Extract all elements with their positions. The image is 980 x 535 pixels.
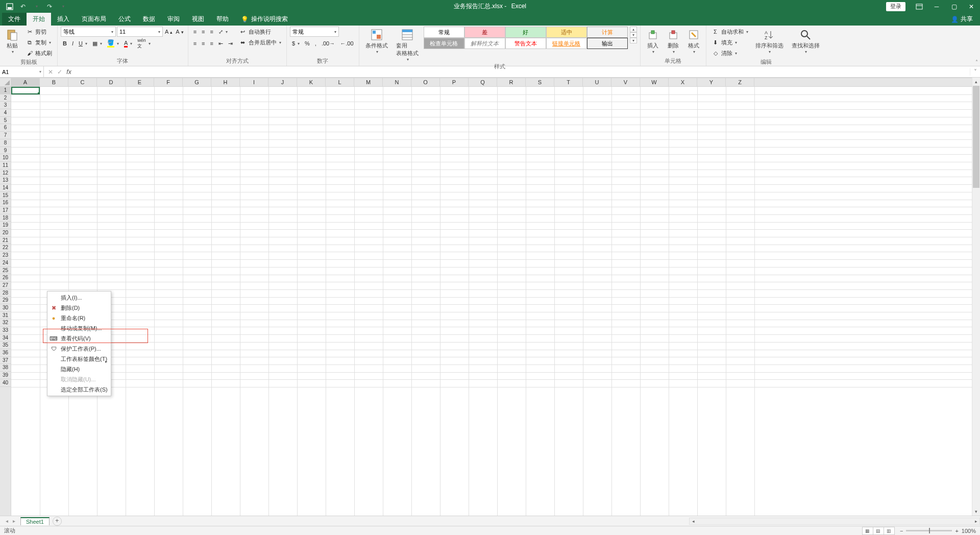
style-output[interactable]: 输出 [587, 38, 628, 49]
redo-button[interactable]: ↷ [44, 1, 55, 12]
row-header-3[interactable]: 3 [0, 102, 11, 109]
page-break-view-button[interactable]: ▥ [884, 527, 895, 535]
row-header-30[interactable]: 30 [0, 304, 11, 312]
new-sheet-button[interactable]: + [53, 517, 62, 526]
login-button[interactable]: 登录 [886, 2, 905, 11]
tab-help[interactable]: 帮助 [210, 13, 235, 26]
style-check[interactable]: 检查单元格 [424, 38, 464, 49]
scroll-left[interactable]: ◂ [690, 519, 697, 524]
column-header-E[interactable]: E [126, 78, 154, 86]
style-neutral[interactable]: 适中 [546, 27, 587, 38]
ctx-delete[interactable]: ✖删除(D) [47, 303, 111, 313]
tab-file[interactable]: 文件 [2, 13, 27, 26]
row-header-21[interactable]: 21 [0, 237, 11, 245]
row-header-12[interactable]: 12 [0, 169, 11, 177]
row-header-36[interactable]: 36 [0, 349, 11, 357]
insert-function-button[interactable]: fx [64, 68, 74, 76]
ctx-protect[interactable]: 🛡保护工作表(P)... [47, 344, 111, 354]
maximize-button[interactable]: ▢ [945, 0, 963, 13]
column-header-S[interactable]: S [526, 78, 554, 86]
delete-cells-button[interactable]: 删除 [664, 27, 682, 55]
cut-button[interactable]: ✂剪切 [23, 27, 54, 37]
row-header-25[interactable]: 25 [0, 267, 11, 275]
bold-button[interactable]: B [61, 38, 69, 48]
accounting-format[interactable]: $ [290, 38, 302, 48]
column-header-D[interactable]: D [97, 78, 126, 86]
percent-format[interactable]: % [303, 38, 312, 48]
normal-view-button[interactable]: ▦ [862, 527, 873, 535]
row-header-10[interactable]: 10 [0, 154, 11, 162]
column-header-Y[interactable]: Y [697, 78, 726, 86]
row-header-38[interactable]: 38 [0, 364, 11, 372]
column-header-T[interactable]: T [554, 78, 583, 86]
tab-data[interactable]: 数据 [137, 13, 161, 26]
clear-button[interactable]: ◇清除 [709, 48, 750, 58]
row-header-22[interactable]: 22 [0, 244, 11, 252]
align-left[interactable]: ≡ [191, 38, 199, 48]
column-header-A[interactable]: A [11, 78, 40, 86]
fill-color-button[interactable]: 🪣 [105, 38, 121, 48]
row-header-18[interactable]: 18 [0, 214, 11, 222]
underline-button[interactable]: U [77, 38, 89, 48]
conditional-format-button[interactable]: 条件格式 [362, 27, 391, 55]
format-cells-button[interactable]: 格式 [684, 27, 703, 55]
row-header-4[interactable]: 4 [0, 109, 11, 117]
cells-area[interactable] [11, 87, 972, 516]
vertical-scrollbar[interactable]: ▴ ▾ [972, 78, 980, 516]
horizontal-scrollbar[interactable]: ◂ ▸ [689, 518, 980, 525]
row-headers[interactable]: 1234567891011121314151617181920212223242… [0, 87, 11, 516]
column-header-F[interactable]: F [154, 78, 183, 86]
tell-me-search[interactable]: 💡 操作说明搜索 [238, 13, 291, 26]
column-header-L[interactable]: L [326, 78, 354, 86]
vertical-scroll-thumb[interactable] [973, 86, 979, 188]
name-box[interactable]: A1▾ [0, 66, 44, 77]
column-header-M[interactable]: M [354, 78, 383, 86]
italic-button[interactable]: I [70, 38, 76, 48]
row-header-29[interactable]: 29 [0, 297, 11, 304]
ctx-tab-color[interactable]: 工作表标签颜色(T) [47, 354, 111, 364]
scroll-down[interactable]: ▾ [972, 507, 980, 516]
table-format-button[interactable]: 套用 表格格式 [393, 27, 422, 63]
zoom-in-button[interactable]: + [955, 528, 958, 534]
sort-filter-button[interactable]: AZ排序和筛选 [752, 27, 787, 55]
align-top[interactable]: ≡ [191, 27, 199, 37]
undo-dropdown[interactable] [31, 1, 42, 12]
column-header-R[interactable]: R [497, 78, 526, 86]
row-header-20[interactable]: 20 [0, 229, 11, 237]
gallery-more[interactable]: ▾ [630, 38, 637, 43]
orientation-button[interactable]: ⤢ [216, 27, 230, 37]
column-header-N[interactable]: N [383, 78, 411, 86]
column-header-H[interactable]: H [211, 78, 240, 86]
insert-cells-button[interactable]: 插入 [644, 27, 662, 55]
zoom-level[interactable]: 100% [962, 528, 976, 534]
row-header-1[interactable]: 1 [0, 87, 11, 94]
ctx-insert[interactable]: 插入(I)... [47, 293, 111, 303]
column-header-K[interactable]: K [297, 78, 326, 86]
column-header-G[interactable]: G [183, 78, 211, 86]
style-warn[interactable]: 警告文本 [505, 38, 546, 49]
font-name-combo[interactable]: 等线▾ [61, 27, 116, 37]
scroll-right[interactable]: ▸ [972, 519, 979, 524]
find-select-button[interactable]: 查找和选择 [789, 27, 823, 55]
row-header-37[interactable]: 37 [0, 357, 11, 364]
column-header-Z[interactable]: Z [726, 78, 754, 86]
ribbon-display-options[interactable] [911, 0, 928, 13]
minimize-button[interactable]: ─ [928, 0, 945, 13]
style-good[interactable]: 好 [505, 27, 546, 38]
scroll-up[interactable]: ▴ [972, 78, 980, 86]
row-header-14[interactable]: 14 [0, 184, 11, 192]
copy-button[interactable]: ⧉复制 [23, 37, 54, 47]
style-bad[interactable]: 差 [464, 27, 505, 38]
tab-home[interactable]: 开始 [27, 13, 51, 26]
row-header-26[interactable]: 26 [0, 274, 11, 282]
merge-center-button[interactable]: ⬌合并后居中 [237, 37, 283, 47]
increase-decimal[interactable]: .00→ [320, 38, 337, 48]
row-header-8[interactable]: 8 [0, 139, 11, 147]
align-middle[interactable]: ≡ [200, 27, 207, 37]
column-header-W[interactable]: W [640, 78, 669, 86]
row-header-33[interactable]: 33 [0, 327, 11, 334]
row-header-16[interactable]: 16 [0, 199, 11, 207]
align-bottom[interactable]: ≡ [208, 27, 215, 37]
phonetic-button[interactable]: wén文 [135, 38, 153, 48]
active-cell-A1[interactable] [11, 87, 40, 94]
